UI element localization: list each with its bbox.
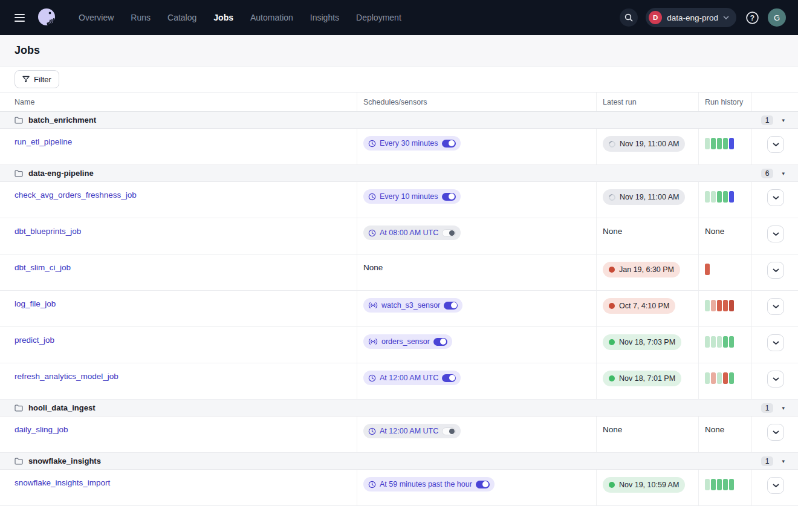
run-history-bar[interactable]: [711, 300, 716, 311]
job-link[interactable]: check_avg_orders_freshness_job: [15, 190, 137, 199]
expand-row-button[interactable]: [767, 424, 784, 441]
schedule-toggle[interactable]: [442, 193, 456, 201]
job-link[interactable]: predict_job: [15, 336, 54, 345]
schedule-pill[interactable]: At 12:00 AM UTC: [363, 371, 461, 385]
job-group-row[interactable]: hooli_data_ingest1▾: [0, 400, 798, 417]
job-link[interactable]: dbt_slim_ci_job: [15, 263, 71, 272]
success-status-icon: [609, 375, 615, 381]
user-avatar[interactable]: G: [768, 8, 786, 27]
run-history-bar[interactable]: [711, 336, 716, 348]
nav-item-automation[interactable]: Automation: [242, 8, 302, 27]
nav-item-catalog[interactable]: Catalog: [159, 8, 205, 27]
job-group-row[interactable]: data-eng-pipeline6▾: [0, 165, 798, 182]
run-history-bar[interactable]: [729, 479, 734, 490]
expand-row-button[interactable]: [767, 225, 784, 242]
latest-run-pill[interactable]: Nov 18, 7:03 PM: [603, 334, 681, 350]
expand-row-button[interactable]: [767, 371, 784, 388]
nav-item-overview[interactable]: Overview: [70, 8, 122, 27]
search-icon[interactable]: [620, 8, 638, 27]
schedule-pill[interactable]: At 08:00 AM UTC: [363, 225, 461, 240]
run-history-bar[interactable]: [723, 336, 728, 348]
schedule-toggle[interactable]: [442, 427, 456, 435]
help-icon[interactable]: ?: [744, 10, 760, 25]
schedule-pill[interactable]: At 12:00 AM UTC: [363, 424, 461, 438]
menu-icon[interactable]: [12, 11, 27, 24]
job-link[interactable]: log_file_job: [15, 299, 56, 308]
sensor-toggle[interactable]: [433, 338, 447, 346]
latest-run-pill[interactable]: Nov 19, 11:00 AM: [603, 136, 685, 152]
run-history-bar[interactable]: [711, 138, 716, 149]
run-history-bar[interactable]: [723, 138, 728, 149]
expand-row-button[interactable]: [767, 477, 784, 494]
run-history-bar[interactable]: [729, 300, 734, 311]
collapse-caret-icon[interactable]: ▾: [782, 458, 785, 464]
job-link[interactable]: refresh_analytics_model_job: [15, 372, 118, 381]
run-history-bar[interactable]: [723, 191, 728, 203]
expand-row-button[interactable]: [767, 262, 784, 279]
schedules-sensors-cell: None: [357, 255, 596, 290]
filter-button[interactable]: Filter: [15, 70, 59, 88]
run-history-bar[interactable]: [717, 479, 722, 490]
run-history-bar[interactable]: [717, 336, 722, 348]
run-history-bar[interactable]: [723, 479, 728, 490]
run-history-bar[interactable]: [705, 300, 710, 311]
expand-row-button[interactable]: [767, 298, 784, 315]
schedule-toggle[interactable]: [476, 481, 490, 488]
run-history-bar[interactable]: [717, 138, 722, 149]
sensor-toggle[interactable]: [444, 302, 458, 310]
schedule-toggle[interactable]: [442, 140, 456, 148]
schedule-pill[interactable]: Every 30 minutes: [363, 136, 461, 151]
job-link[interactable]: daily_sling_job: [15, 425, 68, 434]
run-history-bar[interactable]: [717, 372, 722, 384]
run-history-cell: [698, 291, 751, 326]
job-group-row[interactable]: snowflake_insights1▾: [0, 453, 798, 470]
schedule-toggle[interactable]: [442, 374, 456, 382]
clock-icon: [368, 229, 376, 237]
nav-item-runs[interactable]: Runs: [122, 8, 159, 27]
run-history-bar[interactable]: [723, 372, 728, 384]
schedules-sensors-cell: Every 30 minutes: [357, 129, 596, 164]
run-history-bar[interactable]: [705, 372, 710, 384]
latest-run-pill[interactable]: Nov 19, 11:00 AM: [603, 189, 685, 205]
collapse-caret-icon[interactable]: ▾: [782, 117, 785, 123]
latest-run-pill[interactable]: Nov 18, 7:01 PM: [603, 371, 681, 386]
run-history-bar[interactable]: [711, 191, 716, 203]
latest-run-pill[interactable]: Jan 19, 6:30 PM: [603, 262, 680, 277]
collapse-caret-icon[interactable]: ▾: [782, 405, 785, 411]
sensor-pill[interactable]: watch_s3_sensor: [363, 298, 462, 313]
job-link[interactable]: snowflake_insights_import: [15, 478, 110, 487]
run-history-bar[interactable]: [729, 336, 734, 348]
run-history-bar[interactable]: [717, 300, 722, 311]
run-history-bar[interactable]: [711, 372, 716, 384]
clock-icon: [368, 427, 376, 435]
latest-run-pill[interactable]: Nov 19, 10:59 AM: [603, 477, 685, 493]
schedule-toggle[interactable]: [442, 229, 456, 237]
expand-row-button[interactable]: [767, 136, 784, 153]
deployment-switcher[interactable]: D data-eng-prod: [646, 8, 736, 27]
expand-row-button[interactable]: [767, 334, 784, 351]
run-history-bar[interactable]: [705, 336, 710, 348]
run-history-bar[interactable]: [705, 479, 710, 490]
job-link[interactable]: run_etl_pipeline: [15, 137, 72, 146]
run-history-bar[interactable]: [711, 479, 716, 490]
run-history-bar[interactable]: [729, 372, 734, 384]
schedule-pill[interactable]: At 59 minutes past the hour: [363, 477, 495, 491]
run-history-bar[interactable]: [717, 191, 722, 203]
nav-item-insights[interactable]: Insights: [302, 8, 348, 27]
sensor-pill[interactable]: orders_sensor: [363, 334, 452, 349]
job-group-row[interactable]: batch_enrichment1▾: [0, 112, 798, 129]
run-history-bar[interactable]: [723, 300, 728, 311]
run-history-bar[interactable]: [705, 264, 710, 275]
run-history-bar[interactable]: [729, 138, 734, 149]
run-history-bar[interactable]: [705, 191, 710, 203]
latest-run-pill[interactable]: Oct 7, 4:10 PM: [603, 298, 675, 314]
nav-item-jobs[interactable]: Jobs: [205, 8, 242, 27]
run-history-bar[interactable]: [705, 138, 710, 149]
run-history-bar[interactable]: [729, 191, 734, 203]
schedule-pill[interactable]: Every 10 minutes: [363, 189, 461, 204]
expand-row-button[interactable]: [767, 189, 784, 206]
dagster-logo[interactable]: [35, 6, 58, 29]
collapse-caret-icon[interactable]: ▾: [782, 170, 785, 177]
job-link[interactable]: dbt_blueprints_job: [15, 227, 81, 236]
nav-item-deployment[interactable]: Deployment: [348, 8, 410, 27]
